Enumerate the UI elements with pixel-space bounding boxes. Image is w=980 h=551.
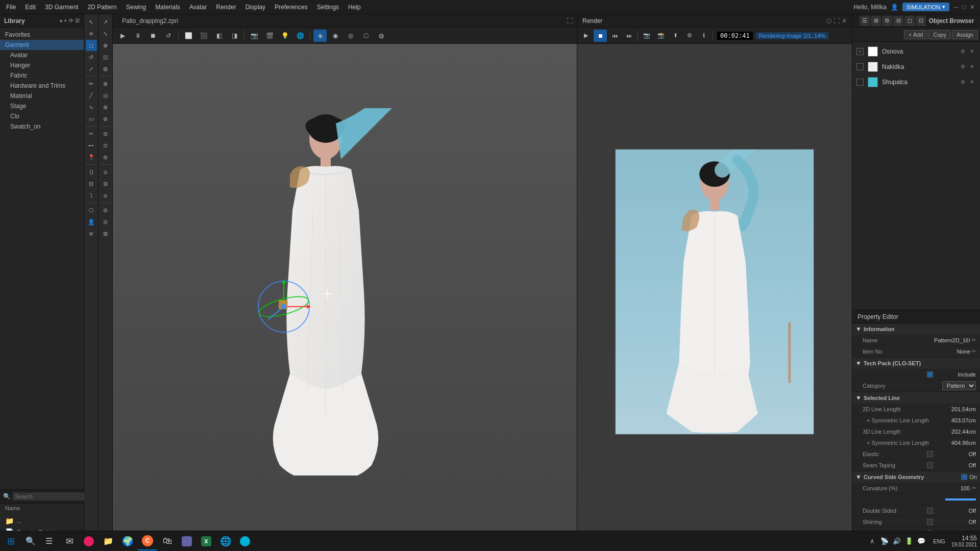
tool-r7[interactable]: ◎ <box>100 90 111 101</box>
object-close-btn[interactable]: ✕ <box>968 78 976 86</box>
arrange-tool[interactable]: ≋ <box>86 228 97 239</box>
taskbar-item-edge[interactable]: 🌐 <box>216 532 235 550</box>
view-back[interactable]: ⬛ <box>197 30 210 42</box>
rect-tool[interactable]: ▭ <box>86 113 97 124</box>
menu-render[interactable]: Render <box>212 2 240 12</box>
render-detach-icon[interactable]: ⬡ <box>826 17 831 24</box>
prop-edit-btn[interactable]: ✏ <box>972 337 976 343</box>
render-export-btn[interactable]: ⬆ <box>669 30 682 42</box>
list-view-btn[interactable]: ☰ <box>860 16 870 26</box>
object-visibility-checkbox[interactable]: ✓ <box>856 48 864 55</box>
list-item[interactable]: ✓ Osnova ⚙ ✕ <box>852 44 980 59</box>
taskbar-item-media[interactable] <box>80 532 98 550</box>
object-color-swatch[interactable] <box>868 62 878 72</box>
menu-preferences[interactable]: Preferences <box>271 2 312 12</box>
tree-favorites[interactable]: Favorites <box>0 30 84 40</box>
texture-btn[interactable]: ⬡ <box>359 30 373 42</box>
measure-tool[interactable]: ⊷ <box>86 140 97 151</box>
tree-garment[interactable]: Garment <box>0 40 84 50</box>
taskbar-item-excel[interactable]: X <box>197 532 215 550</box>
menu-display[interactable]: Display <box>241 2 270 12</box>
menu-3d-garment[interactable]: 3D Garment <box>41 2 82 12</box>
refresh-icon[interactable]: ⟳ <box>69 18 73 23</box>
tool-r14[interactable]: ⧉ <box>100 178 111 189</box>
view-3d-content[interactable] <box>113 44 577 540</box>
menu-2d-pattern[interactable]: 2D Pattern <box>83 2 120 12</box>
taskbar-item-explorer[interactable]: 📁 <box>99 532 117 550</box>
camera-btn[interactable]: 📷 <box>248 30 261 42</box>
menu-settings[interactable]: Settings <box>313 2 343 12</box>
shading-btn[interactable]: ◍ <box>375 30 388 42</box>
curvature-edit-btn[interactable]: ✏ <box>972 485 976 491</box>
tree-stage[interactable]: Stage <box>0 101 84 111</box>
taskbar-item-mail[interactable]: ✉ <box>60 532 79 550</box>
tree-hardware-trims[interactable]: Hardware and Trims <box>0 81 84 91</box>
taskbar-item-app2[interactable] <box>236 532 254 550</box>
curved-side-header[interactable]: ▼ Curved Side Geometry ✓ On <box>852 471 980 483</box>
render-info-btn[interactable]: ℹ <box>697 30 710 42</box>
grid-view-btn[interactable]: ⊞ <box>871 16 881 26</box>
elastic-checkbox[interactable] <box>927 451 933 457</box>
tool-r9[interactable]: ⊛ <box>100 113 111 124</box>
information-section-header[interactable]: ▼ Information <box>852 323 980 335</box>
taskbar-item-browser[interactable]: 🌍 <box>118 532 137 550</box>
object-color-swatch[interactable] <box>868 77 878 87</box>
tool-r1[interactable]: ↗ <box>100 16 111 28</box>
tree-material[interactable]: Material <box>0 91 84 101</box>
menu-icon[interactable]: ☰ <box>75 18 80 23</box>
tool-r18[interactable]: ⊞ <box>100 228 111 239</box>
curvature-track[interactable] <box>945 498 976 500</box>
play-btn[interactable]: ▶ <box>116 30 129 42</box>
shirring-checkbox[interactable] <box>927 519 933 525</box>
display-mode-btn[interactable]: ◈ <box>313 30 327 42</box>
menu-sewing[interactable]: Sewing <box>122 2 150 12</box>
cut-tool[interactable]: ✂ <box>86 128 97 139</box>
fold-tool[interactable]: ⤵ <box>86 190 97 201</box>
close-icon[interactable]: ✕ <box>970 4 975 11</box>
menu-help[interactable]: Help <box>344 2 365 12</box>
tool-r4[interactable]: ⊡ <box>100 52 111 63</box>
reset-btn[interactable]: ↺ <box>162 30 175 42</box>
tree-swatch[interactable]: Swatch_on <box>0 121 84 132</box>
light-btn[interactable]: 💡 <box>278 30 291 42</box>
category-select[interactable]: Pattern Other <box>942 381 976 390</box>
seam-checkbox[interactable] <box>927 462 933 468</box>
scale-tool[interactable]: ⤢ <box>86 63 97 74</box>
tree-hanger[interactable]: Hanger <box>0 60 84 70</box>
object-color-swatch[interactable] <box>868 46 878 57</box>
curve-tool[interactable]: ∿ <box>86 102 97 113</box>
sew-tool[interactable]: ⟨⟩ <box>86 166 97 178</box>
tool-r17[interactable]: ⊝ <box>100 216 111 228</box>
transform-tool[interactable]: ✛ <box>86 28 97 39</box>
tray-battery-icon[interactable]: 🔋 <box>904 537 914 546</box>
tool-r5[interactable]: ⊞ <box>100 63 111 74</box>
tray-network-icon[interactable]: 📡 <box>880 537 889 546</box>
wireframe-btn[interactable]: ◉ <box>329 30 342 42</box>
list-item[interactable]: Shupalca ⚙ ✕ <box>852 74 980 90</box>
tool-r8[interactable]: ⊗ <box>100 102 111 113</box>
view3d-btn[interactable]: ◻ <box>904 16 915 26</box>
tray-chevron-icon[interactable]: ∧ <box>868 537 877 546</box>
render-forward-btn[interactable]: ⏭ <box>622 30 635 42</box>
tool-r15[interactable]: ⧇ <box>100 190 111 201</box>
taskbar-clock[interactable]: 14:55 19.02.2021 <box>948 535 980 547</box>
include-checkbox[interactable]: ✓ <box>927 371 933 378</box>
tray-sound-icon[interactable]: 🔊 <box>892 537 901 546</box>
list-item[interactable]: Nakidka ⚙ ✕ <box>852 59 980 74</box>
tree-clo[interactable]: Clo <box>0 111 84 121</box>
tool-r3[interactable]: ⊕ <box>100 40 111 51</box>
render-expand-icon[interactable]: ⛶ <box>834 17 840 24</box>
render-btn[interactable]: 🎬 <box>263 30 276 42</box>
task-view-button[interactable]: ☰ <box>40 531 58 552</box>
search-button[interactable]: 🔍 <box>21 531 40 552</box>
object-visibility-checkbox[interactable] <box>856 63 864 70</box>
taskbar-item-clo[interactable]: C <box>138 532 157 550</box>
sort-btn[interactable]: ⊟ <box>893 16 903 26</box>
doublesided-checkbox[interactable] <box>927 508 933 514</box>
tool-r13[interactable]: ⧈ <box>100 166 111 178</box>
avatar-tool[interactable]: 👤 <box>86 216 97 228</box>
tree-avatar[interactable]: Avatar <box>0 50 84 60</box>
minimize-icon[interactable]: ─ <box>953 4 958 11</box>
view-right[interactable]: ◨ <box>228 30 241 42</box>
expand-view-icon[interactable]: ⛶ <box>567 17 573 24</box>
